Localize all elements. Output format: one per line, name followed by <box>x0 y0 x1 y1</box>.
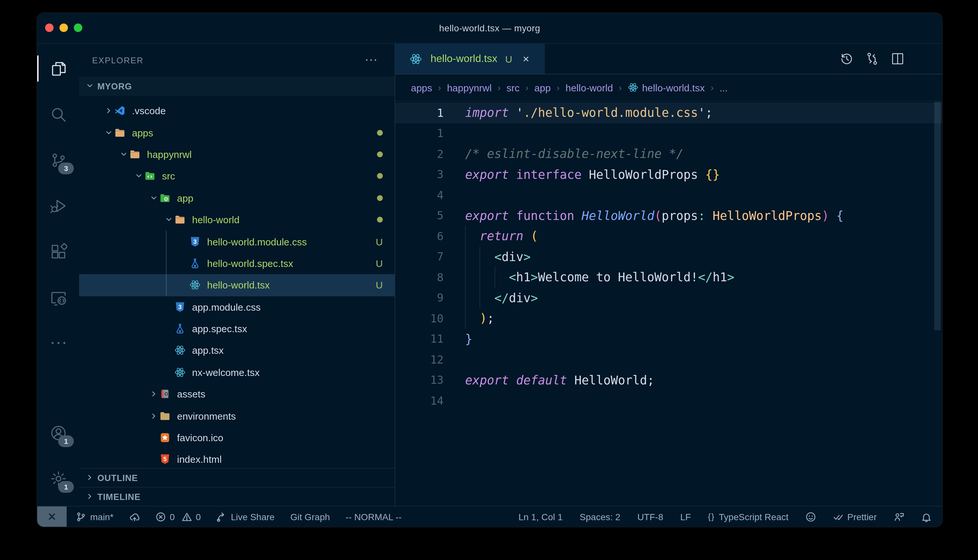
activity-explorer[interactable] <box>37 50 79 87</box>
chevron-down-icon[interactable] <box>118 151 129 158</box>
breadcrumb-hello-world-tsx[interactable]: hello-world.tsx <box>628 82 705 93</box>
remote-indicator[interactable] <box>37 507 67 527</box>
sidebar-item-hello-world-tsx[interactable]: hello-world.tsxU <box>79 274 395 296</box>
breadcrumb-src[interactable]: src <box>507 82 520 93</box>
folder-app-file-icon <box>159 192 172 204</box>
status-feedback[interactable] <box>894 512 904 522</box>
code-line[interactable]: 9 </div> <box>395 288 942 308</box>
code-line[interactable]: 6 return ( <box>395 226 942 247</box>
breadcrumbs: apps›happynrwl›src›app›hello-world›hello… <box>395 74 942 101</box>
breadcrumb-hello-world[interactable]: hello-world <box>565 82 613 93</box>
more-actions-button[interactable] <box>916 52 930 66</box>
sidebar-item-happynrwl[interactable]: happynrwl <box>79 143 395 165</box>
css-file-icon: 3 <box>174 301 187 313</box>
status-cursor-position[interactable]: Ln 1, Col 1 <box>518 512 562 522</box>
scrollbar-slider[interactable] <box>934 102 941 330</box>
code-line[interactable]: 7 <div> <box>395 247 942 267</box>
project-section-header[interactable]: MYORG <box>79 77 395 96</box>
status-encoding[interactable]: UTF-8 <box>637 512 663 522</box>
status-live-share[interactable]: Live Share <box>217 512 275 522</box>
code-line[interactable]: 8 <h1>Welcome to HelloWorld!</h1> <box>395 267 942 288</box>
sidebar-item-favicon-ico[interactable]: favicon.ico <box>79 427 395 449</box>
chevron-down-icon[interactable] <box>148 195 159 202</box>
panel-timeline[interactable]: TIMELINE <box>79 487 395 506</box>
folder-tan-file-icon <box>129 148 142 160</box>
status-language-mode[interactable]: {}TypeScript React <box>708 512 789 522</box>
code-line[interactable]: 10 ); <box>395 308 942 328</box>
compare-changes-button[interactable] <box>865 52 879 66</box>
sidebar-item-hello-world[interactable]: hello-world <box>79 209 395 231</box>
sidebar-item-vscode[interactable]: .vscode <box>79 100 395 122</box>
code-line[interactable]: 1 <box>395 123 942 143</box>
code-line[interactable]: 3export interface HelloWorldProps {} <box>395 164 942 185</box>
panel-outline[interactable]: OUTLINE <box>79 468 395 487</box>
sidebar-item-hello-world-module-css[interactable]: 3hello-world.module.cssU <box>79 231 395 253</box>
code-line[interactable]: 13export default HelloWorld; <box>395 370 942 390</box>
title-bar[interactable]: hello-world.tsx — myorg <box>37 13 942 44</box>
sidebar-item-app-module-css[interactable]: 3app.module.css <box>79 296 395 318</box>
sidebar-item-environments[interactable]: environments <box>79 405 395 427</box>
folder-khaki-file-icon <box>159 410 172 422</box>
code-line[interactable]: 11} <box>395 328 942 349</box>
git-untracked-badge: U <box>376 280 383 291</box>
activity-search[interactable] <box>37 96 79 132</box>
history-icon <box>839 52 854 66</box>
activity-accounts[interactable]: 1 <box>37 415 79 451</box>
activity-run-debug[interactable] <box>37 187 79 224</box>
tab-hello-world-tsx[interactable]: hello-world.tsx U × <box>395 44 545 74</box>
code-line[interactable]: 2/* eslint-disable-next-line */ <box>395 143 942 164</box>
code-line[interactable]: 1import './hello-world.module.css'; <box>395 102 942 123</box>
code-editor[interactable]: 1import './hello-world.module.css';12/* … <box>395 101 942 506</box>
status-vim-mode[interactable]: -- NORMAL -- <box>346 512 402 522</box>
activity-remote-explorer[interactable] <box>37 279 79 315</box>
activity-more[interactable] <box>37 324 79 361</box>
breadcrumb-apps[interactable]: apps <box>411 82 432 93</box>
breadcrumb-separator: › <box>438 82 441 93</box>
sidebar-item-nx-welcome-tsx[interactable]: nx-welcome.tsx <box>79 361 395 383</box>
code-line[interactable]: 5export function HelloWorld(props: Hello… <box>395 205 942 226</box>
chevron-down-icon[interactable] <box>163 216 174 223</box>
explorer-more-actions-icon[interactable] <box>364 53 378 67</box>
close-tab-icon[interactable]: × <box>523 53 529 64</box>
chevron-right-icon[interactable] <box>102 107 114 114</box>
code-line[interactable]: 12 <box>395 349 942 370</box>
status-problems[interactable]: 00 <box>155 512 201 522</box>
status-sync[interactable] <box>129 512 140 522</box>
sidebar-item-index-html[interactable]: 5index.html <box>79 449 395 471</box>
chevron-right-icon[interactable] <box>148 391 159 398</box>
status-github[interactable] <box>806 512 816 522</box>
html-file-icon: 5 <box>159 453 172 465</box>
sidebar-item-app-spec-tsx[interactable]: app.spec.tsx <box>79 318 395 340</box>
open-changes-button[interactable] <box>839 52 854 66</box>
editor-actions <box>839 44 942 74</box>
sidebar-item-app[interactable]: app <box>79 187 395 209</box>
activity-source-control[interactable]: 3 <box>37 142 79 178</box>
indent-guide <box>480 247 480 308</box>
panel-label: TIMELINE <box>97 492 140 502</box>
breadcrumb-happynrwl[interactable]: happynrwl <box>447 82 492 93</box>
activity-extensions[interactable] <box>37 233 79 270</box>
status-git-branch[interactable]: main* <box>76 512 114 522</box>
chevron-right-icon[interactable] <box>148 412 159 419</box>
sidebar-item-assets[interactable]: assets <box>79 383 395 405</box>
status-notifications[interactable] <box>921 512 931 522</box>
split-editor-button[interactable] <box>891 52 905 66</box>
chevron-down-icon[interactable] <box>133 173 144 180</box>
sidebar-item-hello-world-spec-tsx[interactable]: hello-world.spec.tsxU <box>79 252 395 274</box>
sidebar-item-app-tsx[interactable]: app.tsx <box>79 340 395 362</box>
explorer-sidebar: EXPLORER MYORG .vscodeappshappynrwlsrcap… <box>79 44 395 506</box>
code-text: <div> <box>465 250 531 264</box>
chevron-down-icon[interactable] <box>102 129 114 136</box>
activity-settings[interactable]: 1 <box>37 460 79 497</box>
code-line[interactable]: 14 <box>395 390 942 411</box>
sidebar-item-src[interactable]: src <box>79 165 395 187</box>
status-git-graph[interactable]: Git Graph <box>290 512 330 522</box>
status-indentation[interactable]: Spaces: 2 <box>580 512 621 522</box>
code-line[interactable]: 4 <box>395 185 942 205</box>
status-prettier[interactable]: Prettier <box>833 512 877 522</box>
sidebar-item-apps[interactable]: apps <box>79 122 395 143</box>
breadcrumb-[interactable]: ... <box>720 82 728 93</box>
breadcrumb-app[interactable]: app <box>534 82 551 93</box>
status-eol[interactable]: LF <box>680 512 691 522</box>
folder-src-file-icon <box>144 170 157 182</box>
